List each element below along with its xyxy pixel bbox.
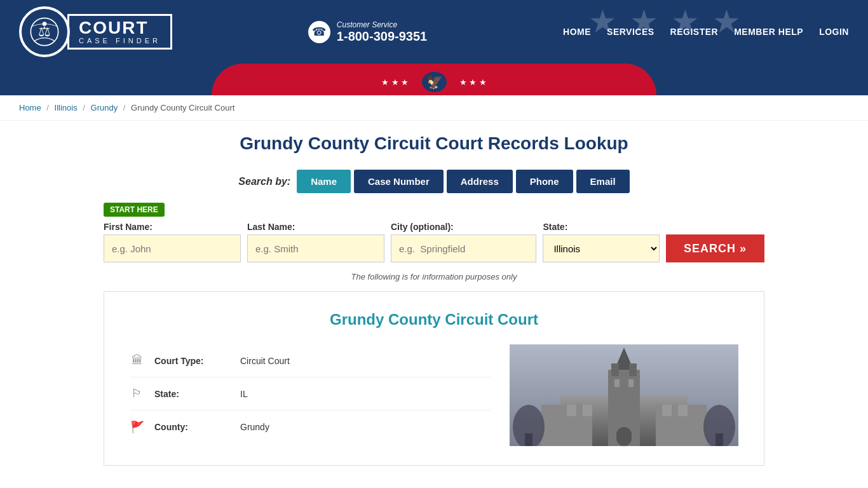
cs-label: Customer Service <box>337 20 427 29</box>
start-here-text: START HERE <box>104 203 165 217</box>
nav-services[interactable]: SERVICES <box>607 27 654 37</box>
tab-case-number[interactable]: Case Number <box>354 170 444 193</box>
svg-rect-17 <box>678 405 688 416</box>
cs-phone: 1-800-309-9351 <box>337 29 427 44</box>
tab-phone[interactable]: Phone <box>516 170 573 193</box>
page-title: Grundy County Circuit Court Records Look… <box>104 133 764 154</box>
building-icon: 🏛 <box>130 354 145 367</box>
logo-case-finder-text: CASE FINDER <box>79 37 161 44</box>
svg-point-2 <box>43 22 47 26</box>
logo-text-block: COURT CASE FINDER <box>67 14 172 50</box>
first-name-field: First Name: <box>104 222 241 262</box>
main-content: Grundy County Circuit Court Records Look… <box>85 121 783 478</box>
search-by-label: Search by: <box>238 176 290 187</box>
svg-rect-20 <box>525 433 532 446</box>
court-card: Grundy County Circuit Court 🏛 Court Type… <box>104 291 764 466</box>
state-label: State: <box>543 222 660 232</box>
state-row: 🏳 State: IL <box>130 377 491 410</box>
eagle-row: ★ ★ ★ 🦅 ★ ★ ★ <box>0 72 868 92</box>
first-name-label: First Name: <box>104 222 241 232</box>
court-type-label: Court Type: <box>154 356 231 366</box>
court-type-row: 🏛 Court Type: Circuit Court <box>130 344 491 377</box>
county-row: 🚩 County: Grundy <box>130 410 491 444</box>
search-by-row: Search by: Name Case Number Address Phon… <box>104 170 764 193</box>
city-label: City (optional): <box>391 222 536 232</box>
breadcrumb-current: Grundy County Circuit Court <box>131 103 234 112</box>
svg-rect-16 <box>662 405 672 416</box>
state-detail-label: State: <box>154 389 231 399</box>
breadcrumb-illinois[interactable]: Illinois <box>55 103 78 112</box>
last-name-input[interactable] <box>247 234 384 262</box>
main-nav: HOME SERVICES REGISTER MEMBER HELP LOGIN <box>563 27 849 37</box>
tab-email[interactable]: Email <box>576 170 630 193</box>
svg-rect-15 <box>583 405 592 416</box>
city-field: City (optional): <box>391 222 536 262</box>
svg-rect-11 <box>614 379 620 387</box>
svg-rect-7 <box>611 363 619 376</box>
court-details: 🏛 Court Type: Circuit Court 🏳 State: IL … <box>130 344 491 446</box>
start-here-badge: START HERE <box>104 203 764 222</box>
info-note: The following is for information purpose… <box>104 272 764 281</box>
svg-rect-14 <box>567 405 576 416</box>
svg-rect-13 <box>616 427 632 446</box>
eagle-banner: ★ ★ ★ 🦅 ★ ★ ★ <box>0 64 868 95</box>
nav-register[interactable]: REGISTER <box>670 27 719 37</box>
first-name-input[interactable] <box>104 234 241 262</box>
stars-left: ★ ★ ★ <box>381 78 409 87</box>
site-header: ★ ★ ★ ★ ⚖ COURT CASE FINDER ☎ Customer S… <box>0 0 868 64</box>
stars-right: ★ ★ ★ <box>459 78 487 87</box>
breadcrumb-sep-2: / <box>83 103 85 112</box>
tab-address[interactable]: Address <box>447 170 513 193</box>
court-card-title: Grundy County Circuit Court <box>130 311 738 329</box>
tab-name[interactable]: Name <box>297 170 351 193</box>
court-image <box>510 344 738 446</box>
search-form: First Name: Last Name: City (optional): … <box>104 222 764 262</box>
court-type-value: Circuit Court <box>240 356 290 366</box>
court-info-body: 🏛 Court Type: Circuit Court 🏳 State: IL … <box>130 344 738 446</box>
logo-circle: ⚖ <box>19 6 70 57</box>
flag-icon: 🏳 <box>130 387 145 400</box>
state-detail-value: IL <box>240 389 248 399</box>
breadcrumb-sep-1: / <box>46 103 49 112</box>
courthouse-illustration <box>510 344 738 446</box>
logo: ⚖ COURT CASE FINDER <box>19 6 172 57</box>
logo-emblem-icon: ⚖ <box>29 16 60 48</box>
court-image-placeholder <box>510 344 738 446</box>
phone-icon: ☎ <box>308 21 330 43</box>
search-button[interactable]: SEARCH » <box>666 234 764 262</box>
nav-member-help[interactable]: MEMBER HELP <box>734 27 803 37</box>
last-name-field: Last Name: <box>247 222 384 262</box>
svg-rect-21 <box>715 433 723 446</box>
state-select[interactable]: Illinois Alabama Alaska Arizona Arkansas… <box>543 234 660 262</box>
nav-home[interactable]: HOME <box>563 27 591 37</box>
nav-login[interactable]: LOGIN <box>819 27 849 37</box>
county-value: Grundy <box>240 422 269 432</box>
svg-rect-8 <box>629 363 637 376</box>
customer-service: ☎ Customer Service 1-800-309-9351 <box>308 20 427 44</box>
svg-rect-12 <box>628 379 634 387</box>
city-input[interactable] <box>391 234 536 262</box>
cs-info: Customer Service 1-800-309-9351 <box>337 20 427 44</box>
breadcrumb: Home / Illinois / Grundy / Grundy County… <box>0 95 868 121</box>
location-icon: 🚩 <box>130 420 145 434</box>
logo-court-text: COURT <box>79 19 161 37</box>
county-label: County: <box>154 422 231 432</box>
breadcrumb-sep-3: / <box>123 103 126 112</box>
state-field: State: Illinois Alabama Alaska Arizona A… <box>543 222 660 262</box>
breadcrumb-grundy[interactable]: Grundy <box>91 103 118 112</box>
eagle-icon: 🦅 <box>422 72 447 92</box>
breadcrumb-home[interactable]: Home <box>19 103 41 112</box>
last-name-label: Last Name: <box>247 222 384 232</box>
